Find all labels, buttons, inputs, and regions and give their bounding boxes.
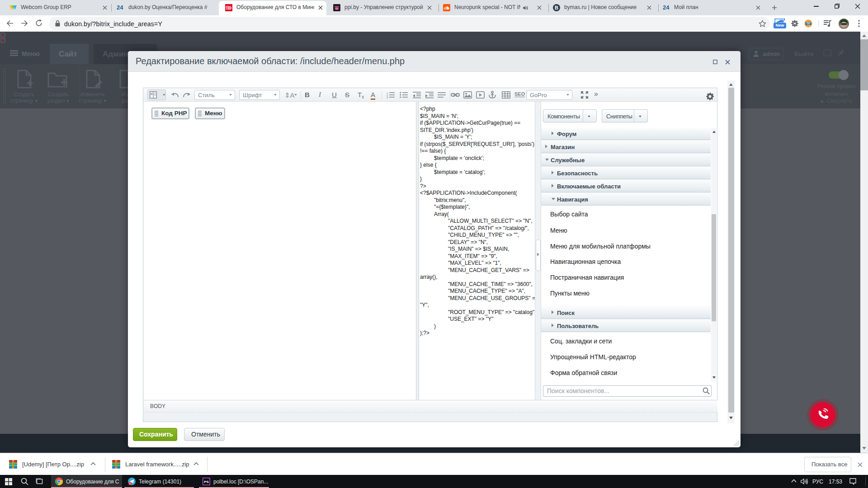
svg-text:TXT: TXT bbox=[807, 23, 811, 25]
svg-text:1: 1 bbox=[129, 482, 131, 485]
svg-text:B: B bbox=[555, 5, 558, 10]
svg-text:PS: PS bbox=[204, 480, 209, 484]
svg-text:3: 3 bbox=[387, 96, 388, 99]
